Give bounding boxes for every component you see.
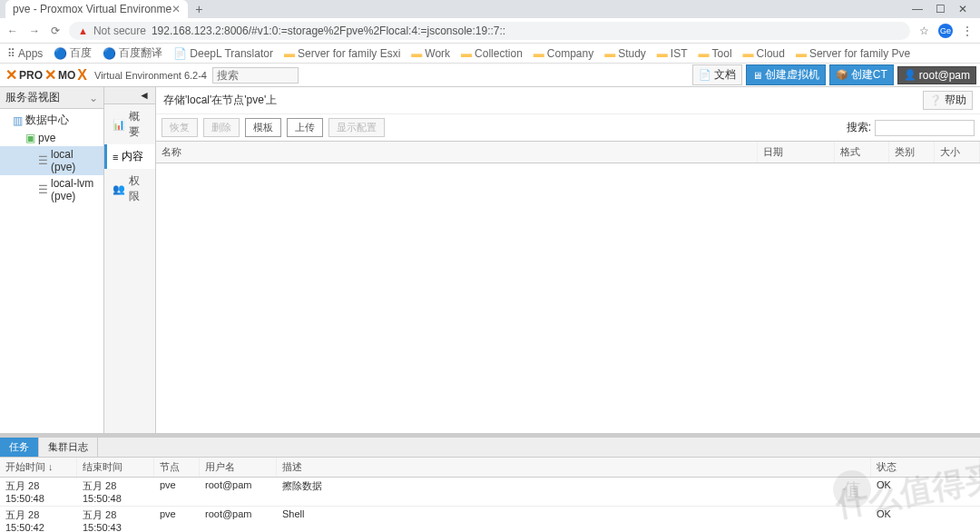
bookmark-folder[interactable]: ▬ Study <box>604 47 646 60</box>
tab-title: pve - Proxmox Virtual Environme <box>13 3 172 15</box>
user-menu-button[interactable]: 👤 root@pam <box>897 66 976 84</box>
minimize-button[interactable]: — <box>912 3 923 15</box>
new-tab-button[interactable]: + <box>195 2 202 16</box>
url-text: 192.168.123.2:8006/#v1:0:=storage%2Fpve%… <box>152 25 505 37</box>
templates-button[interactable]: 模板 <box>245 118 281 137</box>
tree-title: 服务器视图 <box>5 90 60 105</box>
chevron-left-icon: ◄ <box>139 89 150 102</box>
chevron-down-icon[interactable]: ⌄ <box>89 92 98 104</box>
bookmark-folder[interactable]: ▬ Company <box>534 47 593 60</box>
col-date[interactable]: 日期 <box>758 142 835 163</box>
server-tree-panel: 服务器视图 ⌄ ▥数据中心 ▣pve ☰local (pve) ☰local-l… <box>0 87 104 433</box>
remove-button[interactable]: 删除 <box>203 118 240 137</box>
bookmark-folder[interactable]: ▬ IST <box>657 47 688 60</box>
apps-icon[interactable]: ⠿ Apps <box>7 47 43 60</box>
search-label: 搜索: <box>847 120 871 135</box>
browser-tab-strip: pve - Proxmox Virtual Environme ✕ + — ☐ … <box>0 0 980 18</box>
content-panel: 存储'local'在节点'pve'上 ❔ 帮助 恢复 删除 模板 上传 显示配置… <box>156 87 980 433</box>
col-desc[interactable]: 描述 <box>277 458 871 477</box>
bookmark-folder[interactable]: ▬ Work <box>411 47 450 60</box>
bookmark-item[interactable]: 🔵 百度 <box>54 45 92 61</box>
col-type[interactable]: 类别 <box>889 142 935 163</box>
star-icon[interactable]: ☆ <box>919 25 929 37</box>
bookmark-folder[interactable]: ▬ Cloud <box>743 47 785 60</box>
subtab-content[interactable]: ≡ 内容 <box>104 144 155 169</box>
profile-avatar[interactable]: Ge <box>938 24 953 38</box>
bookmark-folder[interactable]: ▬ Server for family Esxi <box>284 47 400 60</box>
logo-x-icon: ✕ <box>5 66 17 84</box>
tree-storage-locallvm[interactable]: ☰local-lvm (pve) <box>0 175 103 204</box>
col-status[interactable]: 状态 <box>871 458 980 477</box>
bookmark-item[interactable]: 📄 DeepL Translator <box>173 47 273 60</box>
bookmark-folder[interactable]: ▬ Tool <box>699 47 732 60</box>
tasks-panel: 任务 集群日志 开始时间 ↓ 结束时间 节点 用户名 描述 状态 五月 28 1… <box>0 433 980 532</box>
browser-tab[interactable]: pve - Proxmox Virtual Environme ✕ <box>5 0 188 18</box>
col-node[interactable]: 节点 <box>154 458 200 477</box>
col-start[interactable]: 开始时间 ↓ <box>0 458 77 477</box>
upload-button[interactable]: 上传 <box>287 118 323 137</box>
not-secure-label: Not secure <box>93 25 146 37</box>
help-button[interactable]: ❔ 帮助 <box>923 91 973 110</box>
tree-node-pve[interactable]: ▣pve <box>0 130 103 146</box>
content-search-input[interactable] <box>875 120 975 136</box>
col-format[interactable]: 格式 <box>835 142 889 163</box>
task-row[interactable]: 五月 28 15:50:48五月 28 15:50:48pveroot@pam擦… <box>0 478 980 507</box>
tasks-grid-header: 开始时间 ↓ 结束时间 节点 用户名 描述 状态 <box>0 458 980 478</box>
bookmark-folder[interactable]: ▬ Server for family Pve <box>796 47 910 60</box>
content-title: 存储'local'在节点'pve'上 <box>163 93 277 108</box>
create-vm-button[interactable]: 🖥 创建虚拟机 <box>746 64 826 85</box>
subtab-summary[interactable]: 📊 概要 <box>104 104 155 144</box>
datacenter-icon: ▥ <box>13 114 23 127</box>
col-name[interactable]: 名称 <box>156 142 758 163</box>
task-row[interactable]: 五月 28 15:50:42五月 28 15:50:43pveroot@pamS… <box>0 507 980 532</box>
logo-end: X <box>77 67 87 84</box>
subnav-collapse[interactable]: ◄ <box>104 87 155 104</box>
storage-icon: ☰ <box>38 183 48 196</box>
docs-button[interactable]: 📄 文档 <box>692 64 742 85</box>
maximize-button[interactable]: ☐ <box>936 3 946 15</box>
proxmox-logo: ✕ PRO✕MOX <box>4 66 89 84</box>
logo-sep-icon: ✕ <box>44 66 56 84</box>
menu-icon[interactable]: ⋮ <box>962 25 973 37</box>
tab-tasks[interactable]: 任务 <box>0 438 39 457</box>
node-icon: ▣ <box>25 132 35 144</box>
create-ct-button[interactable]: 📦 创建CT <box>829 64 894 85</box>
bookmark-folder[interactable]: ▬ Collection <box>461 47 523 60</box>
tasks-grid-body: 五月 28 15:50:48五月 28 15:50:48pveroot@pam擦… <box>0 478 980 532</box>
close-window-button[interactable]: ✕ <box>958 3 967 15</box>
app-header: ✕ PRO✕MOX Virtual Environment 6.2-4 📄 文档… <box>0 64 980 87</box>
tab-cluster-log[interactable]: 集群日志 <box>39 438 98 457</box>
bookmarks-bar: ⠿ Apps 🔵 百度 🔵 百度翻译 📄 DeepL Translator ▬ … <box>0 44 980 64</box>
content-grid-header: 名称 日期 格式 类别 大小 <box>156 142 980 163</box>
restore-button[interactable]: 恢复 <box>162 118 198 137</box>
tree-panel-header[interactable]: 服务器视图 ⌄ <box>0 87 103 109</box>
col-size[interactable]: 大小 <box>935 142 980 163</box>
sub-nav-panel: ◄ 📊 概要 ≡ 内容 👥 权限 <box>104 87 156 433</box>
tree-storage-local[interactable]: ☰local (pve) <box>0 146 103 175</box>
forward-icon[interactable]: → <box>29 25 40 37</box>
reload-icon[interactable]: ⟳ <box>51 25 60 37</box>
content-grid-body <box>156 163 980 433</box>
address-bar: ← → ⟳ ▲ Not secure 192.168.123.2:8006/#v… <box>0 18 980 44</box>
subtab-permissions[interactable]: 👥 权限 <box>104 169 155 209</box>
header-search-input[interactable] <box>212 67 299 84</box>
back-icon[interactable]: ← <box>7 25 18 37</box>
storage-icon: ☰ <box>38 154 48 167</box>
close-tab-icon[interactable]: ✕ <box>172 3 181 15</box>
version-label: Virtual Environment 6.2-4 <box>94 70 207 81</box>
col-end[interactable]: 结束时间 <box>77 458 154 477</box>
col-user[interactable]: 用户名 <box>200 458 277 477</box>
content-toolbar: 恢复 删除 模板 上传 显示配置 搜索: <box>156 114 980 142</box>
bookmark-item[interactable]: 🔵 百度翻译 <box>103 45 162 61</box>
tree-datacenter[interactable]: ▥数据中心 <box>0 111 103 130</box>
show-config-button[interactable]: 显示配置 <box>328 118 385 137</box>
url-field[interactable]: ▲ Not secure 192.168.123.2:8006/#v1:0:=s… <box>69 22 910 40</box>
warning-icon: ▲ <box>78 25 88 36</box>
